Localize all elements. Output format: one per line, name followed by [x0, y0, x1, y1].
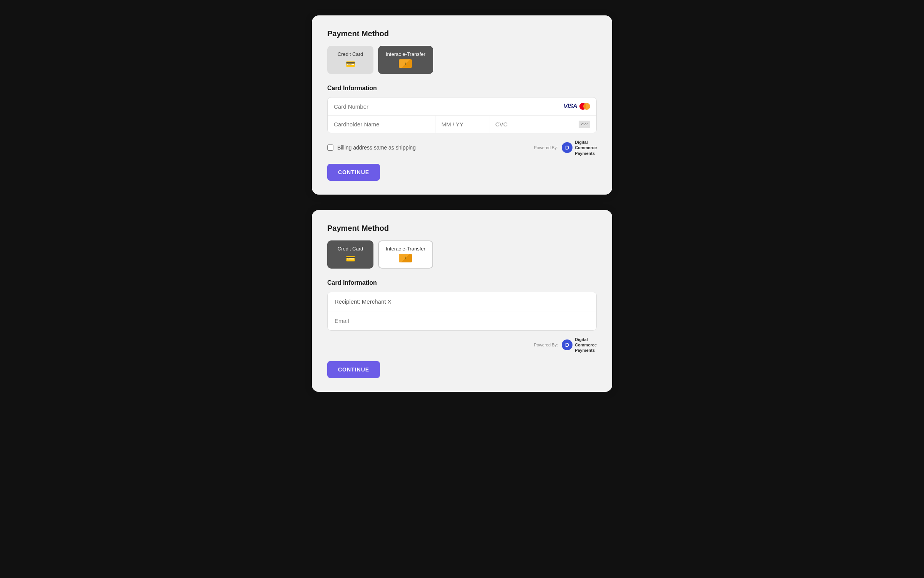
visa-logo: VISA — [564, 103, 577, 110]
panel2-title: Payment Method — [327, 224, 597, 233]
billing-checkbox[interactable] — [327, 144, 333, 151]
dcp-logo-2: D DigitalCommercePayments — [562, 337, 597, 353]
panel1-card-form: VISA CVV — [327, 97, 597, 133]
payment-methods-1: Credit Card 💳 Interac e-Transfer i — [327, 46, 597, 74]
panel2-etransfer-form: Recipient: Merchant X — [327, 292, 597, 331]
expiry-input[interactable] — [435, 116, 489, 133]
interac-icon-2: i — [399, 254, 412, 262]
interac-tab-1-label: Interac e-Transfer — [386, 51, 425, 57]
payment-panel-1: Payment Method Credit Card 💳 Interac e-T… — [312, 15, 612, 195]
payment-methods-2: Credit Card 💳 Interac e-Transfer i — [327, 240, 597, 269]
continue-button-1[interactable]: CONTINUE — [327, 164, 380, 181]
email-row — [328, 311, 596, 330]
panel1-title: Payment Method — [327, 29, 597, 38]
interac-icon-1: i — [399, 59, 412, 68]
powered-by-row-2: Powered By: D DigitalCommercePayments — [327, 337, 597, 353]
interac-tab-1[interactable]: Interac e-Transfer i — [378, 46, 433, 74]
interac-tab-2[interactable]: Interac e-Transfer i — [378, 240, 433, 269]
panel1-card-info-title: Card Information — [327, 85, 597, 92]
recipient-row: Recipient: Merchant X — [328, 292, 596, 311]
powered-by-row-1: Powered By: D DigitalCommercePayments — [534, 139, 597, 156]
credit-card-tab-2[interactable]: Credit Card 💳 — [327, 240, 373, 269]
credit-card-tab-1[interactable]: Credit Card 💳 — [327, 46, 373, 74]
cvc-row: CVV — [489, 116, 597, 133]
cvc-input[interactable] — [495, 116, 526, 133]
credit-card-icon-1: 💳 — [346, 59, 355, 69]
dcp-text-2: DigitalCommercePayments — [575, 337, 597, 353]
powered-text-1: Powered By: — [534, 145, 558, 150]
mastercard-logo — [579, 103, 590, 110]
cvc-icon: CVV — [579, 121, 590, 128]
panel1-card-details-row: CVV — [328, 116, 596, 133]
cardholder-name-input[interactable] — [328, 116, 435, 133]
billing-label: Billing address same as shipping — [337, 144, 416, 151]
dcp-d-icon-2: D — [562, 339, 572, 350]
continue-button-2[interactable]: CONTINUE — [327, 361, 380, 378]
dcp-logo-1: D DigitalCommercePayments — [562, 139, 597, 156]
payment-panel-2: Payment Method Credit Card 💳 Interac e-T… — [312, 210, 612, 392]
email-input[interactable] — [335, 318, 589, 324]
credit-card-tab-2-label: Credit Card — [338, 246, 363, 252]
card-logos: VISA — [564, 103, 590, 110]
dcp-d-icon-1: D — [562, 142, 572, 153]
powered-text-2: Powered By: — [534, 343, 558, 347]
card-number-input[interactable] — [334, 103, 564, 110]
billing-row: Billing address same as shipping Powered… — [327, 139, 597, 156]
dcp-text-1: DigitalCommercePayments — [575, 139, 597, 156]
interac-tab-2-label: Interac e-Transfer — [386, 246, 425, 252]
credit-card-tab-1-label: Credit Card — [338, 51, 363, 57]
panel1-card-number-row: VISA — [328, 97, 596, 116]
panel2-card-info-title: Card Information — [327, 279, 597, 286]
credit-card-icon-2: 💳 — [346, 254, 355, 263]
